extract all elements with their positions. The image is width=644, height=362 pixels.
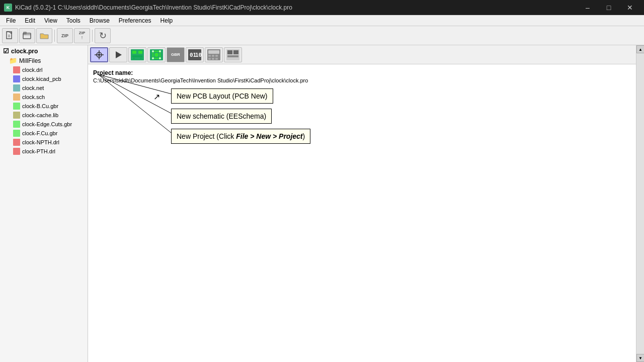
tooltip-project-after: ) — [303, 132, 305, 140]
title-bar-controls: – □ ✕ — [578, 2, 640, 14]
svg-rect-40 — [227, 55, 238, 57]
svg-rect-16 — [132, 55, 142, 57]
sidebar-file-clock-pth[interactable]: clock-PTH.drl — [1, 147, 87, 156]
svg-rect-31 — [208, 55, 211, 57]
main-panel: GBR 01 10 — [88, 45, 636, 362]
unzip-btn[interactable]: ZIP↑ — [74, 28, 90, 43]
secondary-toolbar: GBR 01 10 — [88, 45, 636, 64]
menu-tools[interactable]: Tools — [62, 16, 85, 25]
close-button[interactable]: ✕ — [620, 2, 640, 14]
drl-icon-3 — [13, 148, 20, 155]
menu-file[interactable]: File — [2, 16, 20, 25]
sidebar-root[interactable]: ☑ clock.pro — [1, 46, 87, 56]
svg-rect-39 — [233, 50, 238, 54]
project-path: C:\Users\siddh\Documents\GeorgiaTech\Inv… — [93, 77, 631, 83]
svg-rect-6 — [23, 33, 31, 39]
calc-btn[interactable] — [205, 47, 223, 62]
svg-rect-34 — [208, 58, 211, 60]
zip-btn[interactable]: ZIP — [57, 28, 73, 43]
tooltip-project: New Project (Click File > New > Project) — [171, 129, 310, 144]
net-icon — [13, 84, 20, 92]
file-label: clock-Edge.Cuts.gbr — [22, 121, 72, 127]
file-label: clock.kicad_pcb — [22, 76, 61, 82]
gbr-icon-3 — [13, 130, 20, 137]
gbr-icon-2 — [13, 121, 20, 128]
svg-rect-38 — [227, 50, 232, 54]
minimize-button[interactable]: – — [578, 2, 598, 14]
menu-preferences[interactable]: Preferences — [115, 16, 155, 25]
sch-icon — [13, 94, 20, 101]
tooltip-project-before: New Project (Click — [177, 132, 236, 140]
main-window: File Edit View Tools Browse Preferences … — [0, 15, 644, 362]
sidebar-file-clock-edge[interactable]: clock-Edge.Cuts.gbr — [1, 120, 87, 129]
kicad-icon — [13, 75, 20, 82]
sidebar-file-clock-drl[interactable]: clock.drl — [1, 65, 87, 74]
sidebar-file-clock-bcu[interactable]: clock-B.Cu.gbr — [1, 102, 87, 111]
folder-icon: 📁 — [9, 57, 17, 64]
scroll-up-btn[interactable]: ▲ — [636, 45, 644, 53]
svg-point-22 — [152, 50, 154, 52]
new-project-btn[interactable] — [2, 28, 18, 43]
sidebar-file-clock-fcu[interactable]: clock-F.Cu.gbr — [1, 129, 87, 138]
svg-rect-32 — [212, 55, 214, 57]
file-label: clock-NPTH.drl — [22, 139, 59, 145]
svg-point-11 — [98, 54, 100, 56]
schematic-editor-btn[interactable] — [90, 47, 108, 62]
menu-bar: File Edit View Tools Browse Preferences … — [0, 15, 644, 26]
svg-point-25 — [159, 57, 161, 59]
drill-btn[interactable]: 01 10 — [186, 47, 204, 62]
bmp-btn[interactable] — [224, 47, 242, 62]
file-label: clock.net — [22, 85, 44, 91]
sidebar-file-clock-npth[interactable]: clock-NPTH.drl — [1, 138, 87, 147]
svg-point-24 — [152, 57, 154, 59]
menu-help[interactable]: Help — [156, 16, 177, 25]
tooltip-schematic: New schematic (EESchema) — [171, 109, 272, 124]
sidebar-file-clock-kicad-pcb[interactable]: clock.kicad_pcb — [1, 74, 87, 83]
open-folder-btn[interactable] — [36, 28, 52, 43]
svg-point-23 — [159, 50, 161, 52]
drl-icon — [13, 66, 20, 73]
footprint-editor-btn[interactable] — [147, 47, 166, 62]
gbr-viewer-btn[interactable]: GBR — [167, 47, 185, 62]
open-project-btn[interactable] — [19, 28, 35, 43]
file-label: clock-cache.lib — [22, 112, 58, 118]
pcb-editor-btn[interactable] — [128, 47, 146, 62]
menu-view[interactable]: View — [40, 16, 61, 25]
sidebar-file-clock-sch[interactable]: clock.sch — [1, 93, 87, 102]
svg-line-43 — [98, 74, 174, 135]
project-name-label: Project name: — [93, 69, 631, 76]
drl-icon-2 — [13, 139, 20, 146]
toolbar-sep-2 — [92, 30, 93, 42]
file-label: clock.drl — [22, 67, 42, 73]
toolbar-sep-1 — [54, 30, 55, 42]
menu-browse[interactable]: Browse — [86, 16, 114, 25]
scroll-down-btn[interactable]: ▼ — [636, 354, 644, 362]
sidebar-file-clock-net[interactable]: clock.net — [1, 83, 87, 93]
svg-marker-12 — [116, 51, 122, 58]
svg-rect-30 — [208, 50, 219, 54]
svg-rect-35 — [212, 58, 214, 60]
tooltip-pcb: New PCB Layout (PCB New) — [171, 88, 273, 104]
svg-text:10: 10 — [195, 52, 202, 58]
file-label: clock-B.Cu.gbr — [22, 103, 58, 109]
sidebar-folder-millfiles[interactable]: 📁 MillFiles — [1, 56, 87, 65]
svg-point-18 — [140, 57, 142, 59]
svg-rect-33 — [215, 55, 218, 57]
menu-edit[interactable]: Edit — [21, 16, 39, 25]
refresh-btn[interactable]: ↻ — [95, 28, 111, 43]
sidebar-file-clock-cache[interactable]: clock-cache.lib — [1, 111, 87, 120]
right-scrollbar: ▲ ▼ — [636, 45, 644, 362]
sidebar-folder-label: MillFiles — [19, 57, 41, 64]
tooltip-schematic-text: New schematic (EESchema) — [177, 112, 266, 120]
restore-button[interactable]: □ — [599, 2, 619, 14]
sidebar: ☑ clock.pro 📁 MillFiles clock.drl clock.… — [0, 45, 88, 362]
svg-point-17 — [133, 57, 135, 59]
root-checkbox-icon: ☑ — [3, 47, 9, 55]
run-schematic-btn[interactable] — [109, 47, 127, 62]
title-bar-left: K KiCad (5.0.2)-1 C:\Users\siddh\Documen… — [4, 4, 292, 12]
mouse-pointer: ↗ — [153, 92, 160, 102]
file-label: clock-PTH.drl — [22, 148, 55, 154]
title-bar: K KiCad (5.0.2)-1 C:\Users\siddh\Documen… — [0, 0, 644, 15]
content-area: ☑ clock.pro 📁 MillFiles clock.drl clock.… — [0, 45, 644, 362]
pointer-lines — [88, 64, 636, 362]
